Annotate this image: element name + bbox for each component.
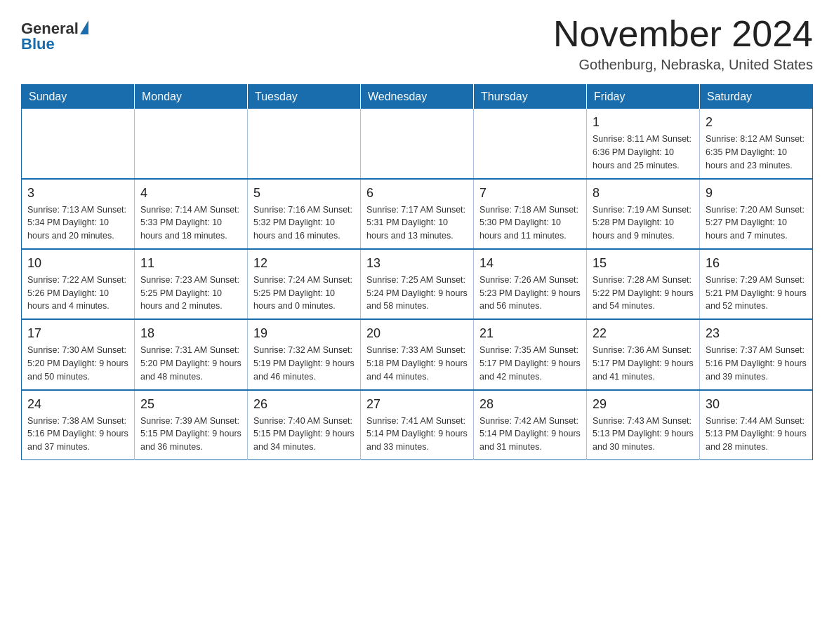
- day-info: Sunrise: 7:35 AM Sunset: 5:17 PM Dayligh…: [479, 344, 581, 383]
- day-number: 27: [366, 395, 468, 413]
- day-number: 30: [706, 395, 807, 413]
- day-number: 28: [479, 395, 581, 413]
- calendar-cell: 6Sunrise: 7:17 AM Sunset: 5:31 PM Daylig…: [361, 179, 474, 249]
- day-number: 3: [27, 184, 128, 202]
- calendar-cell: 2Sunrise: 8:12 AM Sunset: 6:35 PM Daylig…: [700, 109, 813, 178]
- calendar-header-monday: Monday: [135, 85, 248, 109]
- day-number: 15: [593, 254, 694, 272]
- calendar-table: SundayMondayTuesdayWednesdayThursdayFrid…: [21, 84, 813, 460]
- calendar-cell: [361, 109, 474, 178]
- day-number: 7: [479, 184, 581, 202]
- day-number: 1: [593, 113, 694, 131]
- day-info: Sunrise: 7:37 AM Sunset: 5:16 PM Dayligh…: [706, 344, 807, 383]
- day-number: 20: [366, 324, 468, 342]
- day-info: Sunrise: 7:30 AM Sunset: 5:20 PM Dayligh…: [27, 344, 128, 383]
- day-number: 21: [479, 324, 581, 342]
- day-info: Sunrise: 7:39 AM Sunset: 5:15 PM Dayligh…: [140, 415, 241, 454]
- day-info: Sunrise: 7:24 AM Sunset: 5:25 PM Dayligh…: [253, 274, 355, 313]
- day-number: 16: [706, 254, 807, 272]
- day-number: 13: [366, 254, 468, 272]
- day-info: Sunrise: 7:28 AM Sunset: 5:22 PM Dayligh…: [593, 274, 694, 313]
- calendar-header-wednesday: Wednesday: [361, 85, 474, 109]
- day-info: Sunrise: 7:20 AM Sunset: 5:27 PM Dayligh…: [706, 203, 807, 243]
- day-info: Sunrise: 7:17 AM Sunset: 5:31 PM Dayligh…: [366, 203, 468, 243]
- day-number: 29: [593, 395, 694, 413]
- day-info: Sunrise: 7:23 AM Sunset: 5:25 PM Dayligh…: [140, 274, 241, 313]
- day-number: 11: [140, 254, 241, 272]
- day-info: Sunrise: 7:44 AM Sunset: 5:13 PM Dayligh…: [706, 415, 807, 454]
- calendar-week-row: 24Sunrise: 7:38 AM Sunset: 5:16 PM Dayli…: [22, 390, 813, 460]
- day-number: 24: [27, 395, 128, 413]
- day-info: Sunrise: 7:36 AM Sunset: 5:17 PM Dayligh…: [593, 344, 694, 383]
- calendar-cell: 10Sunrise: 7:22 AM Sunset: 5:26 PM Dayli…: [22, 249, 135, 319]
- day-info: Sunrise: 8:12 AM Sunset: 6:35 PM Dayligh…: [706, 133, 807, 172]
- day-info: Sunrise: 7:40 AM Sunset: 5:15 PM Dayligh…: [253, 415, 355, 454]
- calendar-cell: 1Sunrise: 8:11 AM Sunset: 6:36 PM Daylig…: [587, 109, 700, 178]
- calendar-cell: 9Sunrise: 7:20 AM Sunset: 5:27 PM Daylig…: [700, 179, 813, 249]
- location-title: Gothenburg, Nebraska, United States: [553, 57, 813, 73]
- calendar-cell: 4Sunrise: 7:14 AM Sunset: 5:33 PM Daylig…: [135, 179, 248, 249]
- day-info: Sunrise: 7:19 AM Sunset: 5:28 PM Dayligh…: [593, 203, 694, 243]
- day-info: Sunrise: 7:41 AM Sunset: 5:14 PM Dayligh…: [366, 415, 468, 454]
- calendar-cell: 30Sunrise: 7:44 AM Sunset: 5:13 PM Dayli…: [700, 390, 813, 460]
- calendar-cell: 22Sunrise: 7:36 AM Sunset: 5:17 PM Dayli…: [587, 319, 700, 389]
- calendar-week-row: 1Sunrise: 8:11 AM Sunset: 6:36 PM Daylig…: [22, 109, 813, 178]
- day-info: Sunrise: 7:38 AM Sunset: 5:16 PM Dayligh…: [27, 415, 128, 454]
- day-number: 25: [140, 395, 241, 413]
- day-info: Sunrise: 7:29 AM Sunset: 5:21 PM Dayligh…: [706, 274, 807, 313]
- calendar-cell: 20Sunrise: 7:33 AM Sunset: 5:18 PM Dayli…: [361, 319, 474, 389]
- calendar-cell: [135, 109, 248, 178]
- day-number: 8: [593, 184, 694, 202]
- month-title: November 2024: [553, 14, 813, 54]
- logo-blue-text: Blue: [21, 35, 88, 53]
- calendar-cell: 21Sunrise: 7:35 AM Sunset: 5:17 PM Dayli…: [474, 319, 587, 389]
- calendar-cell: 11Sunrise: 7:23 AM Sunset: 5:25 PM Dayli…: [135, 249, 248, 319]
- day-number: 5: [253, 184, 355, 202]
- day-info: Sunrise: 7:43 AM Sunset: 5:13 PM Dayligh…: [593, 415, 694, 454]
- day-info: Sunrise: 7:22 AM Sunset: 5:26 PM Dayligh…: [27, 274, 128, 313]
- calendar-header-saturday: Saturday: [700, 85, 813, 109]
- logo-triangle-icon: [80, 20, 88, 34]
- calendar-header-tuesday: Tuesday: [248, 85, 361, 109]
- day-info: Sunrise: 8:11 AM Sunset: 6:36 PM Dayligh…: [593, 133, 694, 172]
- day-info: Sunrise: 7:18 AM Sunset: 5:30 PM Dayligh…: [479, 203, 581, 243]
- day-number: 17: [27, 324, 128, 342]
- calendar-week-row: 17Sunrise: 7:30 AM Sunset: 5:20 PM Dayli…: [22, 319, 813, 389]
- calendar-cell: [22, 109, 135, 178]
- calendar-header-friday: Friday: [587, 85, 700, 109]
- calendar-cell: 12Sunrise: 7:24 AM Sunset: 5:25 PM Dayli…: [248, 249, 361, 319]
- day-number: 2: [706, 113, 807, 131]
- day-info: Sunrise: 7:42 AM Sunset: 5:14 PM Dayligh…: [479, 415, 581, 454]
- calendar-cell: 3Sunrise: 7:13 AM Sunset: 5:34 PM Daylig…: [22, 179, 135, 249]
- calendar-cell: 13Sunrise: 7:25 AM Sunset: 5:24 PM Dayli…: [361, 249, 474, 319]
- day-number: 14: [479, 254, 581, 272]
- calendar-cell: 5Sunrise: 7:16 AM Sunset: 5:32 PM Daylig…: [248, 179, 361, 249]
- logo: General Blue: [21, 14, 88, 53]
- day-info: Sunrise: 7:33 AM Sunset: 5:18 PM Dayligh…: [366, 344, 468, 383]
- calendar-cell: 15Sunrise: 7:28 AM Sunset: 5:22 PM Dayli…: [587, 249, 700, 319]
- calendar-header-thursday: Thursday: [474, 85, 587, 109]
- calendar-cell: 24Sunrise: 7:38 AM Sunset: 5:16 PM Dayli…: [22, 390, 135, 460]
- title-area: November 2024 Gothenburg, Nebraska, Unit…: [553, 14, 813, 73]
- calendar-cell: 18Sunrise: 7:31 AM Sunset: 5:20 PM Dayli…: [135, 319, 248, 389]
- day-number: 22: [593, 324, 694, 342]
- calendar-cell: [474, 109, 587, 178]
- day-number: 23: [706, 324, 807, 342]
- calendar-cell: 19Sunrise: 7:32 AM Sunset: 5:19 PM Dayli…: [248, 319, 361, 389]
- calendar-cell: 7Sunrise: 7:18 AM Sunset: 5:30 PM Daylig…: [474, 179, 587, 249]
- calendar-week-row: 3Sunrise: 7:13 AM Sunset: 5:34 PM Daylig…: [22, 179, 813, 249]
- day-number: 18: [140, 324, 241, 342]
- day-info: Sunrise: 7:31 AM Sunset: 5:20 PM Dayligh…: [140, 344, 241, 383]
- day-number: 19: [253, 324, 355, 342]
- page-header: General Blue November 2024 Gothenburg, N…: [21, 14, 813, 73]
- day-info: Sunrise: 7:16 AM Sunset: 5:32 PM Dayligh…: [253, 203, 355, 243]
- calendar-header-row: SundayMondayTuesdayWednesdayThursdayFrid…: [22, 85, 813, 109]
- calendar-cell: 28Sunrise: 7:42 AM Sunset: 5:14 PM Dayli…: [474, 390, 587, 460]
- calendar-cell: [248, 109, 361, 178]
- calendar-cell: 17Sunrise: 7:30 AM Sunset: 5:20 PM Dayli…: [22, 319, 135, 389]
- day-info: Sunrise: 7:26 AM Sunset: 5:23 PM Dayligh…: [479, 274, 581, 313]
- day-info: Sunrise: 7:13 AM Sunset: 5:34 PM Dayligh…: [27, 203, 128, 243]
- day-info: Sunrise: 7:25 AM Sunset: 5:24 PM Dayligh…: [366, 274, 468, 313]
- calendar-cell: 26Sunrise: 7:40 AM Sunset: 5:15 PM Dayli…: [248, 390, 361, 460]
- calendar-cell: 16Sunrise: 7:29 AM Sunset: 5:21 PM Dayli…: [700, 249, 813, 319]
